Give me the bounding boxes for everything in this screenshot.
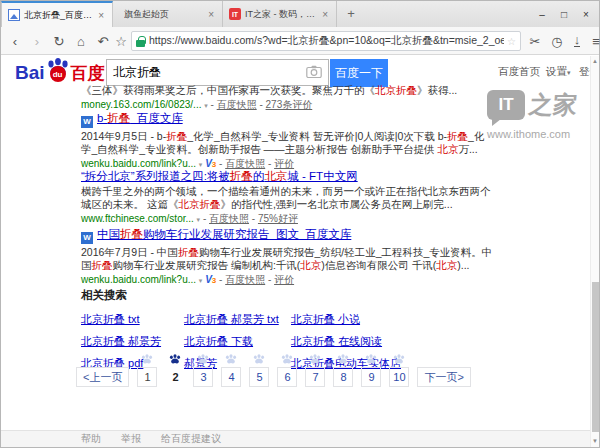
- footer-feedback-link[interactable]: 给百度提建议: [161, 432, 221, 446]
- scroll-up-icon[interactable]: ▲: [591, 58, 599, 64]
- vertical-scrollbar[interactable]: ▲ ▼: [590, 56, 599, 447]
- download-icon[interactable]: ↓: [567, 27, 587, 55]
- footer-bar: 帮助 举报 给百度提建议: [1, 430, 590, 447]
- page-button-8[interactable]: 8: [333, 354, 353, 387]
- result-meta: www.ftchinese.com/stor... ▾ - 百度快照 - 75%…: [81, 212, 493, 227]
- wenku-doc-icon: W: [81, 232, 93, 244]
- v3-badge: V: [205, 274, 212, 285]
- related-link[interactable]: 北京折叠 郝景芳 txt: [184, 312, 291, 327]
- snapshot-link[interactable]: 百度快照: [225, 158, 265, 169]
- chevron-down-icon: ▾: [567, 69, 571, 76]
- related-link[interactable]: 北京折叠 下载: [184, 334, 291, 349]
- page-button-9[interactable]: 9: [361, 354, 381, 387]
- gesture-arrow-icon[interactable]: ↶: [93, 27, 113, 55]
- camera-icon[interactable]: [306, 64, 322, 82]
- related-link[interactable]: 北京折叠 txt: [81, 312, 184, 327]
- result-meta: wenku.baidu.com/link?u... ▾ V3 - 百度快照 - …: [81, 273, 493, 288]
- tab-baidu-search[interactable]: 北京折叠_百度搜索 ×: [1, 1, 113, 27]
- result-url: money.163.com/16/0823/...: [81, 99, 201, 110]
- tab-close-icon[interactable]: ×: [206, 9, 216, 20]
- reviews-link[interactable]: 评价: [274, 158, 294, 169]
- refresh-icon[interactable]: ↻: [49, 27, 69, 55]
- baidu-logo[interactable]: Bai du 百度: [15, 59, 105, 83]
- page-button-10[interactable]: 10: [389, 354, 409, 387]
- tab-ithome[interactable]: IT IT之家 - 数码，科技，生... ×: [223, 1, 337, 27]
- tab-title: 旗鱼起始页: [124, 8, 202, 21]
- search-query-text[interactable]: 北京折叠: [113, 64, 306, 81]
- tab-title: IT之家 - 数码，科技，生...: [245, 8, 316, 21]
- related-link[interactable]: 北京折叠 在线阅读: [291, 334, 501, 349]
- https-lock-icon: [136, 36, 145, 47]
- close-button[interactable]: ×: [575, 9, 597, 20]
- back-icon[interactable]: ‹: [5, 27, 25, 55]
- tab-strip: 北京折叠_百度搜索 × 旗鱼起始页 × IT IT之家 - 数码，科技，生...…: [1, 1, 599, 27]
- snapshot-link[interactable]: 百度快照: [209, 213, 249, 224]
- tab-start-page[interactable]: 旗鱼起始页 ×: [114, 1, 223, 27]
- baidu-page-favicon: [8, 9, 20, 21]
- url-caret-icon[interactable]: ▾: [204, 102, 208, 109]
- forward-icon[interactable]: ›: [27, 27, 47, 55]
- result-snippet: 2014年9月5日 - b-折叠_化学_自然科学_专业资料 暂无评价|0人阅读|…: [81, 130, 493, 156]
- prev-page-button[interactable]: <上一页: [76, 367, 129, 387]
- scroll-down-icon[interactable]: ▼: [591, 438, 599, 444]
- page-button-1[interactable]: 1: [137, 354, 157, 387]
- page-button-2-current: 2: [165, 354, 185, 387]
- result-title-link[interactable]: 中国折叠购物车行业发展研究报告_图文_百度文库: [97, 228, 351, 240]
- bookmark-star-icon[interactable]: ☆: [504, 36, 516, 47]
- next-page-button[interactable]: 下一页>: [417, 367, 470, 387]
- search-result: 《三体》获得雨果奖之后，中国作家再一次获奖。聚焦万千的《北京折叠》获得... m…: [81, 84, 493, 113]
- url-caret-icon[interactable]: ▾: [199, 277, 203, 284]
- baidu-paw-icon: du: [46, 59, 70, 83]
- page-button-6[interactable]: 6: [277, 354, 297, 387]
- result-url: wenku.baidu.com/link?u...: [81, 274, 196, 285]
- reviews-link[interactable]: 273条评价: [266, 99, 313, 110]
- page-button-4[interactable]: 4: [221, 354, 241, 387]
- menu-icon[interactable]: ≡: [586, 27, 600, 55]
- bubble-tail: [492, 119, 501, 126]
- snapshot-link[interactable]: 百度快照: [225, 274, 265, 285]
- page-button-7[interactable]: 7: [305, 354, 325, 387]
- result-snippet: 《三体》获得雨果奖之后，中国作家再一次获奖。聚焦万千的《北京折叠》获得...: [81, 84, 493, 97]
- url-text[interactable]: https://www.baidu.com/s?wd=北京折叠&pn=10&oq…: [149, 34, 504, 48]
- page-button-5[interactable]: 5: [249, 354, 269, 387]
- related-link[interactable]: 北京折叠 郝景芳: [81, 334, 184, 349]
- footer-report-link[interactable]: 举报: [121, 432, 141, 446]
- nav-baidu-home[interactable]: 百度首页: [498, 65, 540, 79]
- result-title-link[interactable]: “拆分北京”系列报道之四:将被折叠的北京城 - FT中文网: [81, 170, 358, 182]
- search-result: W中国折叠购物车行业发展研究报告_图文_百度文库 2016年7月9日 - 中国折…: [81, 227, 493, 288]
- favorites-star-icon[interactable]: ☆: [111, 27, 131, 55]
- search-input[interactable]: 北京折叠: [106, 59, 329, 86]
- maximize-button[interactable]: □: [553, 9, 575, 20]
- page-button-3[interactable]: 3: [193, 354, 213, 387]
- address-bar[interactable]: https://www.baidu.com/s?wd=北京折叠&pn=10&oq…: [131, 31, 521, 51]
- search-result: “拆分北京”系列报道之四:将被折叠的北京城 - FT中文网 横跨千里之外的两个领…: [81, 169, 493, 227]
- new-tab-button[interactable]: +: [343, 6, 359, 22]
- logo-bai: Bai: [15, 63, 45, 83]
- related-link[interactable]: 北京折叠 小说: [291, 312, 501, 327]
- wenku-doc-icon: W: [81, 116, 93, 128]
- page-content: Bai du 百度 北京折叠 百度一下 百度首页 设置▾ 登录 《三体》获得雨果…: [1, 56, 599, 447]
- history-clock-icon[interactable]: ◷: [547, 27, 567, 55]
- reviews-link[interactable]: 评价: [274, 274, 294, 285]
- screenshot-scissors-icon[interactable]: ✂: [525, 27, 545, 55]
- minimize-button[interactable]: –: [531, 9, 553, 20]
- tab-close-icon[interactable]: ×: [320, 9, 330, 20]
- url-caret-icon[interactable]: ▾: [197, 216, 201, 223]
- tab-close-icon[interactable]: ×: [96, 10, 106, 21]
- browser-window: 北京折叠_百度搜索 × 旗鱼起始页 × IT IT之家 - 数码，科技，生...…: [0, 0, 600, 448]
- scrollbar-thumb[interactable]: [592, 282, 599, 432]
- related-searches-heading: 相关搜索: [81, 288, 501, 303]
- snapshot-link[interactable]: 百度快照: [217, 99, 257, 110]
- ithome-logo-bubble: IT: [487, 90, 525, 120]
- rating-link[interactable]: 75%好评: [258, 213, 298, 224]
- result-title-link[interactable]: b-折叠_百度文库: [97, 112, 183, 124]
- url-caret-icon[interactable]: ▾: [199, 161, 203, 168]
- home-icon[interactable]: ⌂: [71, 27, 91, 55]
- window-controls: – □ ×: [531, 1, 597, 27]
- nav-settings[interactable]: 设置▾: [546, 65, 571, 79]
- result-url: www.ftchinese.com/stor...: [81, 213, 194, 224]
- ithome-favicon: IT: [229, 8, 241, 20]
- v3-badge: V: [205, 158, 212, 169]
- baidu-search-button[interactable]: 百度一下: [330, 59, 388, 87]
- footer-help-link[interactable]: 帮助: [81, 432, 101, 446]
